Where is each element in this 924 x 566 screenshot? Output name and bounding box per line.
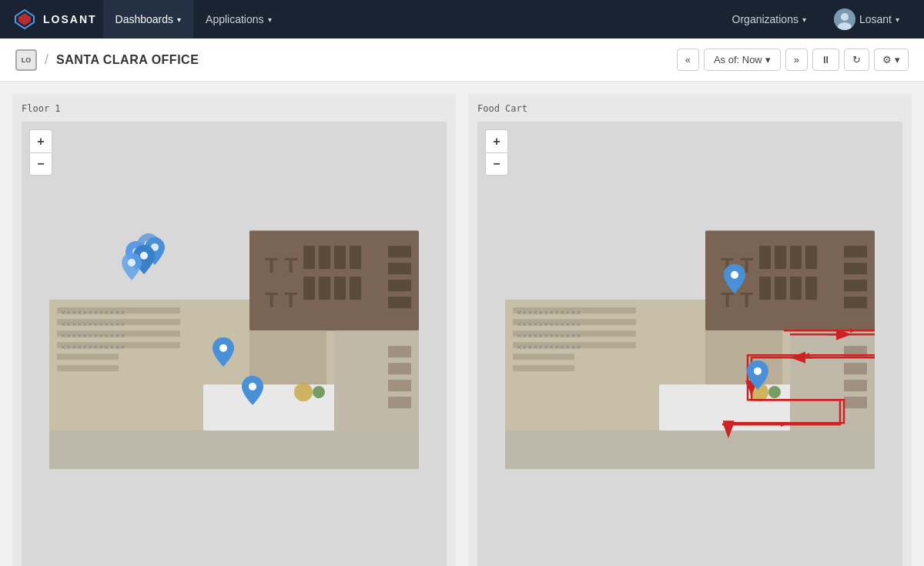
svg-rect-60 [790, 276, 802, 300]
svg-rect-10 [334, 246, 346, 269]
avatar [834, 8, 855, 30]
svg-rect-35 [49, 430, 419, 469]
as-of-button[interactable]: As of: Now ▾ [704, 49, 781, 71]
svg-text:✕✕✕✕✕✕✕✕✕✕✕✕: ✕✕✕✕✕✕✕✕✕✕✕✕ [61, 310, 126, 316]
breadcrumb-separator: / [45, 52, 49, 68]
floor1-zoom-in[interactable]: + [29, 129, 52, 152]
svg-rect-81 [505, 430, 875, 469]
organizations-nav-btn[interactable]: Organizations ▾ [720, 0, 819, 39]
svg-rect-13 [319, 276, 330, 300]
svg-rect-27 [57, 353, 119, 360]
svg-rect-14 [334, 276, 346, 300]
svg-point-48 [140, 252, 148, 260]
svg-point-103 [731, 271, 738, 279]
user-nav-btn[interactable]: Losant ▾ [822, 0, 912, 39]
dashboards-nav-btn[interactable]: Dashboards ▾ [103, 0, 194, 39]
toolbar-right: « As of: Now ▾ » ⏸ ↻ ⚙ ▾ [677, 49, 909, 71]
foodcart-zoom-out[interactable]: − [485, 152, 508, 176]
svg-text:✕✕✕✕✕✕✕✕✕✕✕✕: ✕✕✕✕✕✕✕✕✕✕✕✕ [61, 344, 126, 351]
svg-point-44 [313, 386, 325, 398]
svg-rect-19 [388, 296, 411, 308]
svg-point-49 [128, 259, 136, 266]
navbar: LOSANT Dashboards ▾ Applications ▾ Organ… [0, 0, 924, 39]
svg-rect-56 [790, 246, 802, 269]
svg-rect-12 [303, 276, 315, 300]
settings-caret-icon: ▾ [895, 54, 900, 65]
floor1-floorplan: T T T T ✕✕✕✕✕✕✕✕✕✕✕✕ ✕✕✕✕✕✕✕✕✕✕✕✕ ✕✕✕✕✕✕… [49, 230, 419, 469]
svg-rect-87 [844, 380, 867, 391]
refresh-button[interactable]: ↻ [844, 49, 869, 71]
foodcart-panel: Food Cart + − [468, 94, 912, 566]
settings-button[interactable]: ⚙ ▾ [874, 49, 909, 71]
logo: LOSANT [12, 7, 97, 32]
svg-rect-58 [759, 276, 771, 300]
floor1-title: Floor 1 [22, 103, 447, 114]
applications-nav-btn[interactable]: Applications ▾ [193, 0, 284, 39]
applications-caret-icon: ▾ [268, 15, 272, 24]
user-caret-icon: ▾ [896, 15, 899, 24]
forward-button[interactable]: » [785, 49, 808, 71]
svg-rect-59 [775, 276, 786, 300]
svg-point-50 [219, 344, 227, 352]
svg-rect-18 [388, 280, 411, 291]
svg-text:T T: T T [265, 288, 297, 312]
foodcart-floorplan: T T T T ✕✕✕✕✕✕✕✕✕✕✕✕ ✕✕✕✕✕✕✕✕✕✕✕✕ ✕✕✕✕✕✕… [505, 230, 875, 469]
svg-rect-54 [759, 246, 771, 269]
svg-point-104 [754, 367, 762, 375]
svg-rect-86 [844, 363, 867, 374]
foodcart-map[interactable]: + − T T [477, 122, 902, 566]
pin-cluster [122, 233, 183, 303]
breadcrumb-bar: LO / SANTA CLARA OFFICE « As of: Now ▾ »… [0, 39, 924, 82]
svg-text:✕✕✕✕✕✕✕✕✕✕✕✕: ✕✕✕✕✕✕✕✕✕✕✕✕ [61, 321, 126, 328]
svg-rect-42 [388, 397, 411, 408]
pause-button[interactable]: ⏸ [812, 49, 839, 71]
svg-rect-41 [388, 380, 411, 391]
svg-point-51 [249, 383, 256, 390]
foodcart-zoom-in[interactable]: + [485, 129, 508, 152]
dashboards-caret-icon: ▾ [177, 15, 181, 24]
svg-rect-9 [319, 246, 330, 269]
floor1-map[interactable]: + − [22, 122, 447, 566]
foodcart-pin-right [747, 360, 768, 390]
svg-rect-65 [844, 296, 867, 308]
page-title: SANTA CLARA OFFICE [56, 53, 199, 67]
svg-rect-8 [303, 246, 315, 269]
svg-rect-61 [805, 276, 817, 300]
logo-text: LOSANT [43, 13, 97, 25]
svg-point-43 [294, 383, 313, 401]
svg-rect-39 [388, 346, 411, 357]
svg-text:✕✕✕✕✕✕✕✕✕✕✕✕: ✕✕✕✕✕✕✕✕✕✕✕✕ [517, 310, 581, 316]
svg-rect-62 [844, 246, 867, 257]
svg-rect-16 [388, 246, 411, 257]
breadcrumb-icon: LO [15, 49, 37, 71]
floor1-zoom-out[interactable]: − [29, 152, 52, 176]
svg-rect-74 [513, 365, 574, 371]
foodcart-pin-top [724, 264, 745, 293]
svg-text:T T: T T [265, 253, 297, 277]
svg-point-90 [768, 386, 781, 398]
back-button[interactable]: « [677, 49, 699, 71]
svg-rect-64 [844, 280, 867, 291]
organizations-caret-icon: ▾ [802, 15, 806, 24]
foodcart-title: Food Cart [477, 103, 902, 114]
pin-middle [213, 337, 234, 367]
floor1-zoom-controls: + − [29, 129, 52, 176]
svg-rect-28 [57, 365, 119, 371]
svg-rect-57 [805, 246, 817, 269]
svg-rect-11 [350, 246, 361, 269]
svg-rect-88 [844, 397, 867, 408]
svg-rect-40 [388, 363, 411, 374]
as-of-caret-icon: ▾ [765, 54, 771, 65]
main-content: Floor 1 + − [0, 82, 924, 566]
svg-text:✕✕✕✕✕✕✕✕✕✕✕✕: ✕✕✕✕✕✕✕✕✕✕✕✕ [61, 333, 126, 340]
nav-right: Organizations ▾ Losant ▾ [720, 0, 912, 39]
svg-rect-15 [350, 276, 361, 300]
svg-text:✕✕✕✕✕✕✕✕✕✕✕✕: ✕✕✕✕✕✕✕✕✕✕✕✕ [517, 344, 581, 351]
svg-rect-73 [513, 353, 574, 360]
svg-point-4 [841, 13, 849, 21]
svg-text:✕✕✕✕✕✕✕✕✕✕✕✕: ✕✕✕✕✕✕✕✕✕✕✕✕ [517, 333, 581, 340]
svg-rect-63 [844, 263, 867, 274]
pin-bottom [242, 376, 263, 405]
svg-rect-55 [775, 246, 786, 269]
svg-rect-17 [388, 263, 411, 274]
